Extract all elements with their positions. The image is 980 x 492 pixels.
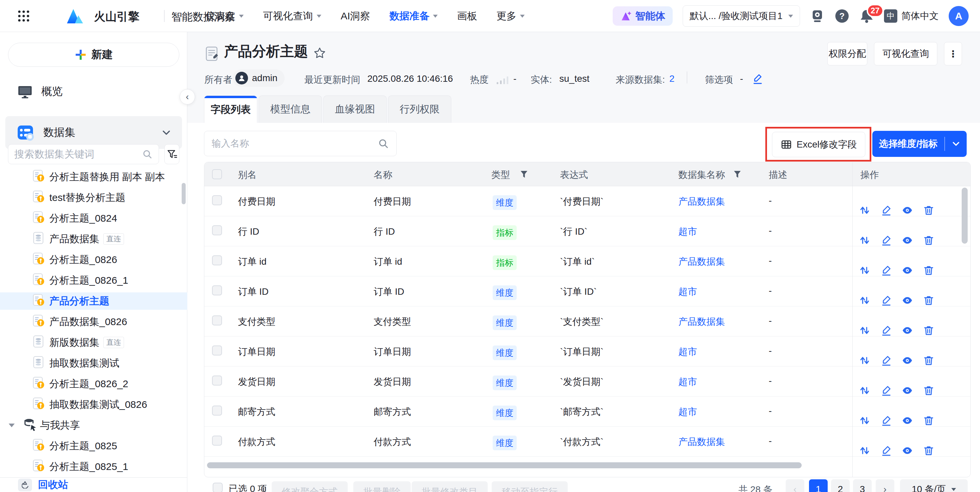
horizontal-scrollbar[interactable] xyxy=(207,462,802,468)
source-dataset-count[interactable]: 2 xyxy=(669,73,675,89)
delete-trash-icon[interactable] xyxy=(923,445,934,456)
sidebar-group-与我共享[interactable]: 与我共享 xyxy=(0,417,187,434)
view-eye-icon[interactable] xyxy=(902,295,913,306)
type-filter-icon[interactable] xyxy=(519,169,529,180)
view-eye-icon[interactable] xyxy=(902,265,913,276)
favorite-star-icon[interactable] xyxy=(313,47,326,59)
sidebar-item-分析主题_0824[interactable]: 分析主题_0824 xyxy=(0,209,187,227)
edit-icon[interactable] xyxy=(881,355,892,366)
delete-trash-icon[interactable] xyxy=(923,325,934,336)
chevron-down-icon[interactable] xyxy=(945,139,967,149)
tab-行列权限[interactable]: 行列权限 xyxy=(388,96,451,123)
delete-trash-icon[interactable] xyxy=(923,265,934,276)
sidebar-item-分析主题_0826_2[interactable]: 分析主题_0826_2 xyxy=(0,375,187,393)
view-eye-icon[interactable] xyxy=(902,385,913,396)
view-eye-icon[interactable] xyxy=(902,415,913,426)
view-eye-icon[interactable] xyxy=(902,355,913,366)
tab-血缘视图[interactable]: 血缘视图 xyxy=(323,96,387,123)
row-checkbox[interactable] xyxy=(212,436,222,446)
row-checkbox[interactable] xyxy=(212,315,222,326)
sidebar-item-产品数据集_0826[interactable]: 产品数据集_0826 xyxy=(0,313,187,331)
select-all-checkbox[interactable] xyxy=(212,169,222,179)
sidebar-item-抽取数据集测试[interactable]: 抽取数据集测试 xyxy=(0,355,187,372)
sidebar-item-分析主题替换用 副本 副本[interactable]: 分析主题替换用 副本 副本 xyxy=(0,168,187,185)
edit-icon[interactable] xyxy=(881,295,892,306)
edit-icon[interactable] xyxy=(881,385,892,396)
user-avatar[interactable]: A xyxy=(949,6,969,26)
cell-dataset-link[interactable]: 产品数据集 xyxy=(678,315,725,328)
move-row-icon[interactable] xyxy=(859,265,870,276)
owner-chip[interactable]: admin xyxy=(233,69,285,87)
view-eye-icon[interactable] xyxy=(902,235,913,246)
view-eye-icon[interactable] xyxy=(902,325,913,336)
delete-trash-icon[interactable] xyxy=(923,415,934,426)
language-switcher[interactable]: 中 简体中文 xyxy=(884,10,939,23)
move-row-icon[interactable] xyxy=(859,415,870,426)
view-eye-icon[interactable] xyxy=(902,204,913,216)
cell-dataset-link[interactable]: 超市 xyxy=(678,345,697,358)
sidebar-item-test替换分析主题[interactable]: test替换分析主题 xyxy=(0,189,187,206)
project-select[interactable]: 默认... /验收测试项目1 xyxy=(682,5,800,27)
batch-category-button[interactable]: 批量修改类目 xyxy=(412,481,488,492)
move-row-icon[interactable] xyxy=(859,325,870,336)
row-checkbox[interactable] xyxy=(212,375,222,385)
move-row-icon[interactable] xyxy=(859,295,870,306)
console-icon[interactable] xyxy=(810,9,825,23)
delete-trash-icon[interactable] xyxy=(923,204,934,216)
footer-select-checkbox[interactable] xyxy=(213,482,223,492)
cell-dataset-link[interactable]: 超市 xyxy=(678,406,697,418)
excel-edit-fields-button[interactable]: Excel修改字段 xyxy=(772,132,865,157)
row-checkbox[interactable] xyxy=(212,256,222,265)
batch-delete-button[interactable]: 批量删除 xyxy=(353,481,410,492)
sidebar-item-分析主题_0825_1[interactable]: 分析主题_0825_1 xyxy=(0,458,187,475)
sidebar-item-recycle-bin[interactable]: 回收站 xyxy=(0,477,187,492)
edit-icon[interactable] xyxy=(881,235,892,246)
delete-trash-icon[interactable] xyxy=(923,295,934,306)
cell-dataset-link[interactable]: 产品数据集 xyxy=(678,436,725,448)
delete-trash-icon[interactable] xyxy=(923,355,934,366)
agent-button[interactable]: 智能体 xyxy=(612,6,673,26)
sidebar-item-抽取数据集测试_0826[interactable]: 抽取数据集测试_0826 xyxy=(0,396,187,413)
page-size-select[interactable]: 10 条/页 xyxy=(900,479,968,492)
help-icon[interactable]: ? xyxy=(835,9,850,23)
volcano-engine-logo-icon[interactable] xyxy=(65,7,84,26)
edit-pencil-icon[interactable] xyxy=(752,73,763,85)
sidebar-item-产品分析主题[interactable]: 产品分析主题 xyxy=(0,292,187,310)
move-row-icon[interactable] xyxy=(859,355,870,366)
delete-trash-icon[interactable] xyxy=(923,385,934,396)
visual-query-button[interactable]: 可视化查询 xyxy=(874,42,937,65)
expand-triangle-icon[interactable] xyxy=(9,423,15,430)
vertical-scrollbar[interactable] xyxy=(962,188,968,244)
menu-画板[interactable]: 画板 xyxy=(457,10,477,23)
tab-字段列表[interactable]: 字段列表 xyxy=(204,96,257,123)
pagination-prev-button[interactable]: ‹ xyxy=(786,479,804,492)
cell-dataset-link[interactable]: 产品数据集 xyxy=(678,195,725,208)
notification-bell-icon[interactable]: 27 xyxy=(859,9,874,23)
row-checkbox[interactable] xyxy=(212,225,222,235)
select-dimension-metric-button[interactable]: 选择维度/指标 xyxy=(872,131,967,157)
app-grid-menu-icon[interactable] xyxy=(18,10,30,22)
menu-可视化查询[interactable]: 可视化查询 xyxy=(263,10,321,23)
cell-dataset-link[interactable]: 超市 xyxy=(678,375,697,388)
sidebar-scrollbar[interactable] xyxy=(182,183,186,204)
move-row-icon[interactable] xyxy=(859,235,870,246)
pagination-page-3[interactable]: 3 xyxy=(853,479,872,492)
edit-icon[interactable] xyxy=(881,265,892,276)
sidebar-collapse-button[interactable]: ‹ xyxy=(180,89,195,104)
delete-trash-icon[interactable] xyxy=(923,235,934,246)
edit-icon[interactable] xyxy=(881,325,892,336)
menu-AI洞察[interactable]: AI洞察 xyxy=(340,10,370,23)
row-checkbox[interactable] xyxy=(212,195,222,205)
edit-icon[interactable] xyxy=(881,445,892,456)
row-checkbox[interactable] xyxy=(212,345,222,356)
sidebar-item-分析主题_0826_1[interactable]: 分析主题_0826_1 xyxy=(0,272,187,289)
sidebar-item-分析主题_0825[interactable]: 分析主题_0825 xyxy=(0,437,187,455)
menu-更多[interactable]: 更多 xyxy=(496,10,525,23)
menu-数据准备[interactable]: 数据准备 xyxy=(389,10,438,23)
move-to-row-button[interactable]: 移动至指定行 xyxy=(492,481,568,492)
pagination-page-2[interactable]: 2 xyxy=(831,479,850,492)
row-checkbox[interactable] xyxy=(212,406,222,415)
more-actions-button[interactable]: ⋮ xyxy=(944,42,962,65)
tab-模型信息[interactable]: 模型信息 xyxy=(259,96,322,123)
dataset-filter-icon[interactable] xyxy=(732,169,742,180)
